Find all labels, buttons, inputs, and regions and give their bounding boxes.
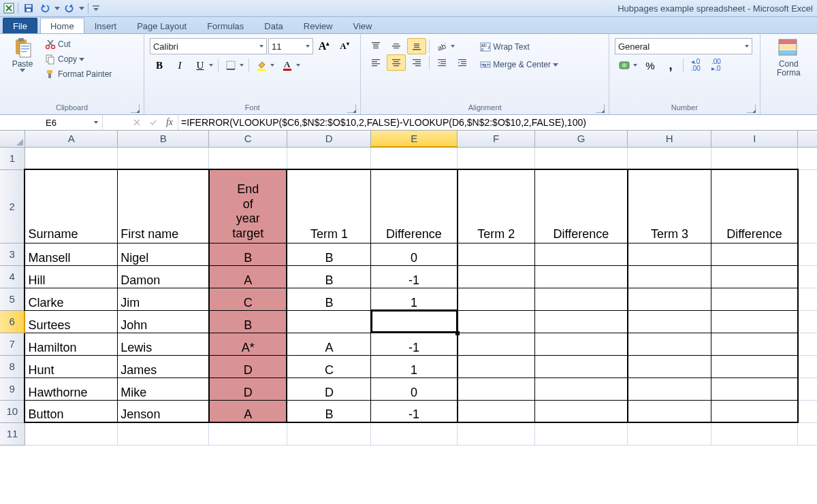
cell[interactable]: B bbox=[287, 265, 370, 288]
italic-button[interactable]: I bbox=[170, 57, 189, 73]
number-format-combo[interactable]: General bbox=[615, 38, 752, 54]
cell[interactable] bbox=[628, 243, 711, 265]
col-header-H[interactable]: H bbox=[628, 131, 711, 147]
fill-color-button[interactable] bbox=[252, 57, 276, 73]
cell[interactable]: C bbox=[287, 355, 370, 377]
wrap-text-button[interactable]: abc Wrap Text bbox=[479, 38, 560, 56]
cell[interactable]: Hamilton bbox=[25, 333, 117, 355]
row-header-9[interactable]: 9 bbox=[0, 377, 25, 400]
font-name-combo[interactable]: Calibri bbox=[150, 38, 267, 54]
cell[interactable] bbox=[287, 422, 370, 445]
cell[interactable]: Hunt bbox=[25, 355, 117, 377]
cell[interactable]: 1 bbox=[371, 288, 458, 310]
row-header-11[interactable]: 11 bbox=[0, 422, 25, 445]
cell[interactable] bbox=[628, 310, 711, 333]
cell[interactable] bbox=[628, 288, 711, 310]
cell[interactable]: Lewis bbox=[118, 333, 209, 355]
cell[interactable]: 1 bbox=[371, 355, 458, 377]
tab-page-layout[interactable]: Page Layout bbox=[127, 18, 197, 33]
font-launcher[interactable] bbox=[347, 104, 356, 113]
cut-button[interactable]: Cut bbox=[44, 37, 113, 52]
tab-data[interactable]: Data bbox=[254, 18, 293, 33]
align-bottom-button[interactable] bbox=[407, 38, 426, 54]
align-left-button[interactable] bbox=[366, 54, 385, 71]
col-header-F[interactable]: F bbox=[458, 131, 535, 147]
copy-button[interactable]: Copy bbox=[44, 52, 113, 67]
name-box[interactable]: E6 bbox=[0, 115, 103, 130]
cell[interactable] bbox=[458, 377, 535, 400]
cell[interactable]: Hill bbox=[25, 265, 117, 288]
cell[interactable]: -1 bbox=[371, 400, 458, 422]
cell[interactable]: Difference bbox=[371, 169, 458, 243]
formula-input[interactable]: =IFERROR(VLOOKUP($C6,$N$2:$O$10,2,FALSE)… bbox=[178, 115, 817, 130]
cell[interactable]: Jenson bbox=[118, 400, 209, 422]
cell[interactable]: C bbox=[209, 288, 287, 310]
cell[interactable] bbox=[458, 355, 535, 377]
cell[interactable] bbox=[118, 422, 209, 445]
underline-button[interactable]: U bbox=[191, 57, 215, 73]
col-header-G[interactable]: G bbox=[535, 131, 628, 147]
cell[interactable] bbox=[628, 377, 711, 400]
cell[interactable] bbox=[371, 147, 458, 169]
cancel-formula-button[interactable] bbox=[129, 118, 145, 127]
cell[interactable] bbox=[628, 333, 711, 355]
cell[interactable] bbox=[535, 147, 628, 169]
cell[interactable]: D bbox=[287, 377, 370, 400]
cell[interactable]: First name bbox=[118, 169, 209, 243]
row-header-7[interactable]: 7 bbox=[0, 333, 25, 355]
cell[interactable]: B bbox=[287, 400, 370, 422]
cell[interactable]: James bbox=[118, 355, 209, 377]
cell[interactable]: A bbox=[209, 265, 287, 288]
enter-formula-button[interactable] bbox=[145, 118, 161, 127]
cell[interactable] bbox=[458, 310, 535, 333]
cell[interactable] bbox=[287, 147, 370, 169]
cell[interactable] bbox=[118, 147, 209, 169]
font-color-button[interactable]: A bbox=[278, 57, 302, 73]
cell[interactable]: B bbox=[209, 310, 287, 333]
row-header-10[interactable]: 10 bbox=[0, 400, 25, 422]
decrease-indent-button[interactable] bbox=[432, 54, 451, 71]
cell[interactable] bbox=[371, 310, 458, 333]
paste-button[interactable]: Paste bbox=[3, 35, 42, 73]
cell[interactable]: Damon bbox=[118, 265, 209, 288]
row-header-2[interactable]: 2 bbox=[0, 169, 25, 243]
cell[interactable]: A* bbox=[209, 333, 287, 355]
insert-function-button[interactable]: fx bbox=[161, 117, 178, 128]
cell[interactable] bbox=[535, 310, 628, 333]
row-header-8[interactable]: 8 bbox=[0, 355, 25, 377]
align-right-button[interactable] bbox=[407, 54, 426, 71]
decrease-decimal-button[interactable]: .00▸.0 bbox=[707, 57, 726, 73]
cell[interactable] bbox=[628, 400, 711, 422]
font-size-combo[interactable]: 11 bbox=[268, 38, 313, 54]
col-header-D[interactable]: D bbox=[287, 131, 370, 147]
col-header-I[interactable]: I bbox=[711, 131, 798, 147]
bold-button[interactable]: B bbox=[150, 57, 169, 73]
cell[interactable] bbox=[535, 400, 628, 422]
align-top-button[interactable] bbox=[366, 38, 385, 54]
increase-decimal-button[interactable]: ◂.0.00 bbox=[686, 57, 705, 73]
cell[interactable] bbox=[209, 147, 287, 169]
cell[interactable]: Term 2 bbox=[458, 169, 535, 243]
cell[interactable] bbox=[371, 422, 458, 445]
align-middle-button[interactable] bbox=[387, 38, 406, 54]
orientation-button[interactable]: ab bbox=[432, 38, 457, 54]
cell[interactable]: B bbox=[209, 243, 287, 265]
cell[interactable] bbox=[458, 422, 535, 445]
conditional-formatting-button[interactable]: CondForma bbox=[765, 35, 812, 79]
cell[interactable]: 0 bbox=[371, 243, 458, 265]
cell[interactable] bbox=[535, 265, 628, 288]
cell[interactable]: Hawthorne bbox=[25, 377, 117, 400]
cell[interactable] bbox=[458, 265, 535, 288]
cell[interactable] bbox=[535, 355, 628, 377]
cell[interactable] bbox=[535, 333, 628, 355]
cell[interactable]: Mike bbox=[118, 377, 209, 400]
cell[interactable] bbox=[711, 333, 798, 355]
qat-save-button[interactable] bbox=[21, 1, 36, 15]
cell[interactable] bbox=[711, 377, 798, 400]
cell[interactable]: Jim bbox=[118, 288, 209, 310]
cell[interactable]: A bbox=[209, 400, 287, 422]
cell[interactable] bbox=[535, 288, 628, 310]
accounting-format-button[interactable] bbox=[615, 57, 639, 73]
borders-button[interactable] bbox=[221, 57, 246, 73]
cell[interactable] bbox=[711, 422, 798, 445]
